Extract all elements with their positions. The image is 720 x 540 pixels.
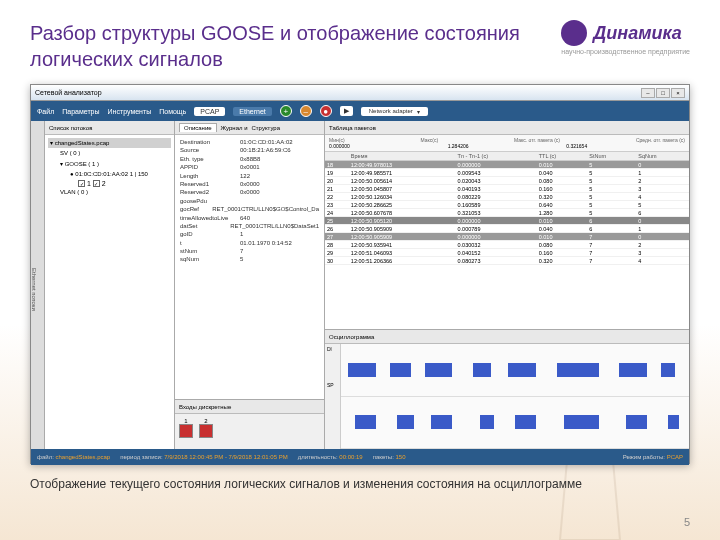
record-stop-icon[interactable]: ● [320,105,332,117]
slide-caption: Отображение текущего состояния логически… [30,476,690,493]
table-row[interactable]: 2512:00:50.9051200.0000000.01060 [325,217,689,225]
app-window: Сетевой анализатор – □ × Файл Параметры … [30,84,690,464]
discrete-header: Входы дискретные [175,400,324,414]
tree-goose[interactable]: ▾ GOOSE ( 1 ) [58,159,171,169]
tab-desc[interactable]: Описание [179,123,217,132]
sidebar-tab[interactable]: Ethernet потоки [31,121,45,449]
slide-title: Разбор структуры GOOSE и отображение сос… [30,20,530,72]
packets-table[interactable]: Время Tn - Tn-1 (с) TTL (с) StNum SqNum … [325,152,689,265]
desc-tabs: Описание Журнал и Структура [175,121,324,135]
table-row[interactable]: 2012:00:50.0056140.0200430.08052 [325,177,689,185]
menu-help[interactable]: Помощь [159,108,186,115]
table-row[interactable]: 2312:00:50.2866250.1605890.64055 [325,201,689,209]
table-row[interactable]: 2912:00:51.0460930.0401520.16073 [325,249,689,257]
packets-header: Таблица пакетов [325,121,689,135]
statusbar: файл: changedStates.pcap период записи: … [31,449,689,465]
checkbox-2[interactable]: ✓ [93,180,100,187]
logo-icon [561,20,587,46]
oscillo-header: Осциллограмма [325,330,689,344]
menubar: Файл Параметры Инструменты Помощь PCAP E… [31,101,689,121]
ethernet-button[interactable]: Ethernet [233,107,271,116]
record-start-icon[interactable]: + [280,105,292,117]
maximize-button[interactable]: □ [656,88,670,98]
tree-sv[interactable]: SV ( 0 ) [58,148,171,158]
table-row[interactable]: 3012:00:51.2063660.0802730.32074 [325,257,689,265]
table-row[interactable]: 1812:00:49.9780130.0000000.01050 [325,161,689,169]
table-row[interactable]: 2712:00:50.9059090.0000000.01070 [325,233,689,241]
discrete-input-2[interactable] [199,424,213,438]
menu-params[interactable]: Параметры [62,108,99,115]
tree-file[interactable]: ▾ changedStates.pcap [48,138,171,148]
minimize-button[interactable]: – [641,88,655,98]
table-row[interactable]: 2112:00:50.0458070.0401930.16053 [325,185,689,193]
table-row[interactable]: 2212:00:50.1260340.0802290.32054 [325,193,689,201]
brand-logo: Динамика научно-производственное предпри… [561,20,690,55]
table-row[interactable]: 2612:00:50.9059090.0007890.04061 [325,225,689,233]
table-row[interactable]: 2412:00:50.6076780.3210531.28056 [325,209,689,217]
menu-file[interactable]: Файл [37,108,54,115]
table-row[interactable]: 1912:00:49.9855710.0095430.04051 [325,169,689,177]
desc-body: Destination01:0C:CD:01:AA:02Source00:1B:… [175,135,324,399]
titlebar: Сетевой анализатор – □ × [31,85,689,101]
table-row[interactable]: 2812:00:50.9359410.0300320.08072 [325,241,689,249]
tree-vlan[interactable]: VLAN ( 0 ) [58,187,171,197]
chevron-down-icon: ▾ [417,108,420,115]
streams-tree: ▾ changedStates.pcap SV ( 0 ) ▾ GOOSE ( … [45,135,174,449]
close-button[interactable]: × [671,88,685,98]
pcap-button[interactable]: PCAP [194,107,225,116]
checkbox-1[interactable]: ✓ [78,180,85,187]
tab-journal[interactable]: Журнал и [221,125,248,131]
window-title: Сетевой анализатор [35,89,102,96]
play-button[interactable]: ▶ [340,106,353,116]
oscillogram[interactable] [341,344,689,449]
discrete-input-1[interactable] [179,424,193,438]
timeline-ruler: Мин(с) Макс(с) Макс. отг. пакета (с) Сре… [325,135,689,152]
streams-header: Список потоков [45,121,174,135]
page-number: 5 [684,516,690,528]
adapter-select[interactable]: Network adapter▾ [361,107,428,116]
oscillo-labels: Dl SP [325,344,341,449]
tab-struct[interactable]: Структура [252,125,280,131]
record-pause-icon[interactable]: – [300,105,312,117]
tree-mac[interactable]: ● 01:0C:CD:01:AA:02 1 | 150 [68,169,171,179]
menu-tools[interactable]: Инструменты [108,108,152,115]
